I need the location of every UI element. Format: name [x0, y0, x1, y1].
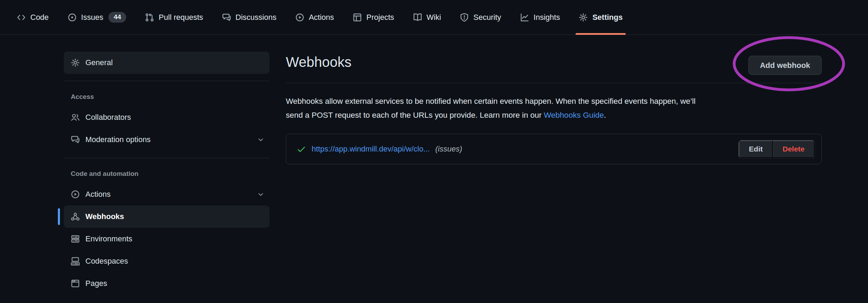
play-icon	[71, 190, 80, 199]
check-icon	[297, 145, 306, 154]
sidebar-item-label: Pages	[85, 279, 265, 288]
webhooks-settings-panel: Webhooks Add webhook Webhooks allow exte…	[286, 52, 822, 164]
delete-webhook-button[interactable]: Delete	[773, 140, 815, 158]
webhook-actions-group: Edit Delete	[738, 140, 815, 158]
issue-opened-icon	[68, 13, 77, 22]
sidebar-section-access: Access	[64, 93, 269, 101]
webhooks-description: Webhooks allow external services to be n…	[286, 94, 822, 122]
comment-discussion-icon	[71, 135, 80, 144]
webhook-url-link[interactable]: https://app.windmill.dev/api/w/clo...	[312, 145, 430, 154]
settings-sidebar: General Access Collaborators Moderation …	[64, 52, 269, 295]
tab-label: Actions	[309, 13, 334, 22]
page-header: Webhooks Add webhook	[286, 52, 822, 83]
sidebar-divider	[64, 158, 269, 158]
git-pull-request-icon	[145, 13, 154, 22]
sidebar-item-label: Moderation options	[85, 135, 251, 144]
tab-label: Wiki	[427, 13, 441, 22]
page-title: Webhooks	[286, 54, 351, 70]
sidebar-item-webhooks[interactable]: Webhooks	[64, 205, 269, 228]
play-icon	[295, 13, 304, 22]
gear-icon	[579, 13, 588, 22]
sidebar-item-general[interactable]: General	[64, 52, 269, 74]
tab-projects[interactable]: Projects	[348, 0, 398, 34]
issues-count-badge: 44	[108, 12, 126, 23]
tab-code[interactable]: Code	[12, 0, 53, 34]
server-icon	[71, 234, 80, 243]
tab-label: Discussions	[236, 13, 276, 22]
sidebar-item-label: General	[85, 58, 265, 67]
sidebar-item-moderation-options[interactable]: Moderation options	[64, 129, 269, 151]
sidebar-item-label: Webhooks	[85, 212, 265, 221]
tab-insights[interactable]: Insights	[516, 0, 565, 34]
book-icon	[413, 13, 422, 22]
sidebar-divider	[64, 81, 269, 81]
tab-issues[interactable]: Issues 44	[63, 0, 131, 34]
webhooks-guide-link[interactable]: Webhooks Guide	[544, 111, 604, 119]
description-line-2: send a POST request to each of the URLs …	[286, 108, 822, 122]
description-line-1: Webhooks allow external services to be n…	[286, 94, 822, 108]
header-divider	[286, 83, 822, 83]
add-webhook-button[interactable]: Add webhook	[748, 56, 822, 75]
tab-pull-requests[interactable]: Pull requests	[140, 0, 207, 34]
tab-label: Issues	[81, 13, 104, 22]
tab-label: Projects	[366, 13, 394, 22]
sidebar-item-label: Codespaces	[85, 257, 265, 266]
people-icon	[71, 113, 80, 122]
sidebar-item-codespaces[interactable]: Codespaces	[64, 250, 269, 272]
sidebar-item-label: Collaborators	[85, 113, 265, 122]
tab-label: Pull requests	[159, 13, 203, 22]
comment-discussion-icon	[222, 13, 231, 22]
tab-settings[interactable]: Settings	[574, 0, 627, 34]
table-icon	[353, 13, 362, 22]
tab-actions[interactable]: Actions	[291, 0, 338, 34]
repo-tab-bar: Code Issues 44 Pull requests Discussions	[0, 0, 868, 35]
sidebar-item-pages[interactable]: Pages	[64, 272, 269, 295]
sidebar-item-environments[interactable]: Environments	[64, 228, 269, 250]
browser-icon	[71, 279, 80, 288]
edit-webhook-button[interactable]: Edit	[739, 140, 773, 158]
webhook-list-item: https://app.windmill.dev/api/w/clo... (i…	[286, 134, 822, 164]
tab-label: Insights	[534, 13, 560, 22]
code-icon	[17, 13, 26, 22]
active-item-accent-bar	[58, 208, 60, 225]
sidebar-item-label: Actions	[85, 190, 251, 199]
tab-discussions[interactable]: Discussions	[218, 0, 281, 34]
webhook-icon	[71, 212, 80, 221]
sidebar-item-label: Environments	[85, 234, 265, 243]
sidebar-section-code-automation: Code and automation	[64, 170, 269, 178]
tab-label: Settings	[592, 13, 623, 22]
sidebar-item-actions[interactable]: Actions	[64, 183, 269, 205]
tab-security[interactable]: Security	[455, 0, 505, 34]
tab-label: Code	[30, 13, 49, 22]
codespaces-icon	[71, 257, 80, 266]
graph-icon	[520, 13, 529, 22]
tab-label: Security	[473, 13, 501, 22]
shield-icon	[460, 13, 469, 22]
gear-icon	[71, 58, 80, 67]
chevron-down-icon	[257, 191, 265, 198]
webhook-events: (issues)	[435, 145, 462, 154]
chevron-down-icon	[257, 136, 265, 143]
sidebar-item-collaborators[interactable]: Collaborators	[64, 106, 269, 129]
tab-wiki[interactable]: Wiki	[409, 0, 446, 34]
